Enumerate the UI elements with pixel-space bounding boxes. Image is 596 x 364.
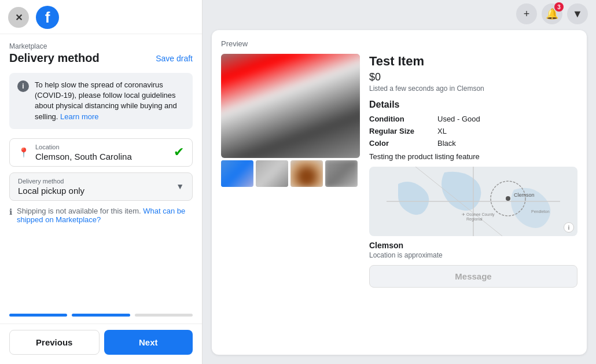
thumbnail-2 bbox=[256, 160, 288, 187]
right-panel: + 🔔 3 ▼ Preview bbox=[203, 0, 596, 364]
close-button[interactable]: ✕ bbox=[8, 7, 29, 28]
svg-point-5 bbox=[506, 196, 510, 201]
progress-bar-2 bbox=[72, 314, 130, 317]
preview-card: Preview bbox=[212, 30, 587, 355]
map-location-name: Clemson bbox=[369, 241, 577, 250]
chevron-down-icon: ▼ bbox=[176, 182, 184, 191]
message-button[interactable]: Message bbox=[369, 265, 577, 288]
preview-image-col bbox=[221, 54, 360, 288]
location-field[interactable]: 📍 Location Clemson, South Carolina ✔ bbox=[9, 138, 193, 167]
thumb-blur-4 bbox=[325, 160, 358, 187]
left-panel: ✕ f Marketplace Delivery method Save dra… bbox=[0, 0, 203, 364]
delivery-method-inner: Delivery method Local pickup only bbox=[18, 178, 176, 196]
svg-text:Clemson: Clemson bbox=[514, 192, 535, 198]
location-value: Clemson, South Carolina bbox=[35, 152, 168, 161]
thumbnail-1 bbox=[221, 160, 253, 187]
preview-item-title: Test Item bbox=[369, 54, 577, 69]
map-container: Clemson ✈ Oconee County Regional Pendlet… bbox=[369, 167, 577, 236]
preview-label: Preview bbox=[221, 39, 577, 48]
info-icon: i bbox=[17, 80, 29, 92]
preview-listed: Listed a few seconds ago in Clemson bbox=[369, 84, 577, 93]
progress-bar-1 bbox=[9, 314, 67, 317]
svg-text:✈ Oconee County: ✈ Oconee County bbox=[462, 212, 495, 217]
left-content: Marketplace Delivery method Save draft i… bbox=[0, 34, 202, 308]
shipping-notice-text: Shipping is not available for this item.… bbox=[17, 207, 193, 224]
delivery-value: Local pickup only bbox=[18, 186, 176, 196]
preview-price: $0 bbox=[369, 71, 577, 83]
progress-row bbox=[0, 308, 202, 317]
right-topbar: + 🔔 3 ▼ bbox=[203, 0, 596, 28]
delivery-method-dropdown[interactable]: Delivery method Local pickup only ▼ bbox=[9, 172, 193, 201]
menu-button[interactable]: ▼ bbox=[567, 3, 588, 24]
svg-text:Regional: Regional bbox=[466, 217, 483, 222]
preview-thumbnails bbox=[221, 160, 360, 187]
preview-main-image bbox=[221, 54, 360, 158]
preview-body: Test Item $0 Listed a few seconds ago in… bbox=[221, 54, 577, 288]
map-svg: Clemson ✈ Oconee County Regional Pendlet… bbox=[369, 167, 577, 236]
svg-text:Pendleton: Pendleton bbox=[531, 209, 550, 214]
info-text: To help slow the spread of coronavirus (… bbox=[35, 80, 185, 122]
shipping-notice: ℹ Shipping is not available for this ite… bbox=[9, 207, 193, 224]
previous-button[interactable]: Previous bbox=[9, 330, 100, 355]
map-location-sub: Location is approximate bbox=[369, 251, 577, 259]
close-icon: ✕ bbox=[15, 12, 23, 23]
detail-row-size: Regular Size XL bbox=[369, 127, 577, 135]
detail-val-condition: Used - Good bbox=[437, 115, 480, 123]
plus-icon: + bbox=[524, 8, 530, 20]
check-icon: ✔ bbox=[174, 145, 184, 160]
add-button[interactable]: + bbox=[516, 3, 537, 24]
info-box: i To help slow the spread of coronavirus… bbox=[9, 73, 193, 129]
location-label: Location bbox=[35, 144, 168, 150]
notification-badge: 3 bbox=[554, 2, 564, 12]
notifications-button[interactable]: 🔔 3 bbox=[542, 3, 562, 24]
detail-key-size: Regular Size bbox=[369, 127, 433, 135]
detail-key-color: Color bbox=[369, 139, 433, 148]
preview-details-heading: Details bbox=[369, 100, 577, 110]
learn-more-link[interactable]: Learn more bbox=[60, 112, 98, 121]
blurred-main-image bbox=[221, 54, 360, 158]
page-title: Delivery method bbox=[9, 52, 100, 65]
preview-info-col: Test Item $0 Listed a few seconds ago in… bbox=[369, 54, 577, 288]
facebook-logo: f bbox=[36, 6, 59, 29]
chevron-down-icon: ▼ bbox=[572, 8, 583, 20]
thumb-blur-3 bbox=[290, 160, 323, 187]
delivery-label: Delivery method bbox=[18, 178, 176, 185]
detail-val-color: Black bbox=[437, 139, 456, 148]
thumbnail-4 bbox=[325, 160, 358, 187]
detail-key-condition: Condition bbox=[369, 115, 433, 123]
bottom-buttons: Previous Next bbox=[0, 323, 202, 364]
map-info-button[interactable]: i bbox=[564, 222, 574, 233]
thumbnail-3 bbox=[290, 160, 323, 187]
progress-bar-3 bbox=[135, 314, 193, 317]
breadcrumb: Marketplace bbox=[9, 42, 193, 50]
preview-description: Testing the product listing feature bbox=[369, 152, 577, 161]
next-button[interactable]: Next bbox=[104, 330, 193, 355]
detail-val-size: XL bbox=[437, 127, 447, 135]
detail-row-color: Color Black bbox=[369, 139, 577, 148]
info-circle-icon: ℹ bbox=[9, 207, 12, 216]
location-inner: Location Clemson, South Carolina bbox=[35, 144, 168, 161]
thumb-blur-1 bbox=[221, 160, 253, 187]
thumb-blur-2 bbox=[256, 160, 288, 187]
location-pin-icon: 📍 bbox=[18, 147, 30, 158]
detail-row-condition: Condition Used - Good bbox=[369, 115, 577, 123]
page-title-row: Delivery method Save draft bbox=[9, 52, 193, 65]
save-draft-link[interactable]: Save draft bbox=[156, 54, 193, 63]
left-header: ✕ f bbox=[0, 0, 202, 34]
